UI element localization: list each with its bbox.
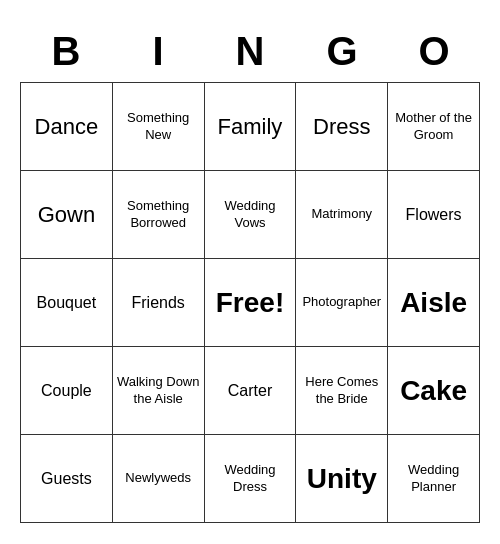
cell-text: Gown <box>38 201 95 229</box>
bingo-letter: B <box>20 21 112 82</box>
cell-text: Aisle <box>400 285 467 320</box>
cell-text: Cake <box>400 373 467 408</box>
bingo-letter: I <box>112 21 204 82</box>
cell-r0-c3: Dress <box>296 83 388 171</box>
cell-r0-c4: Mother of the Groom <box>388 83 480 171</box>
cell-text: Dance <box>35 113 99 141</box>
cell-text: Unity <box>307 461 377 496</box>
cell-text: Photographer <box>302 294 381 310</box>
cell-r3-c2: Carter <box>205 347 297 435</box>
cell-text: Friends <box>132 293 185 313</box>
cell-r1-c4: Flowers <box>388 171 480 259</box>
bingo-grid: DanceSomething NewFamilyDressMother of t… <box>20 82 480 523</box>
cell-r0-c1: Something New <box>113 83 205 171</box>
cell-r3-c1: Walking Down the Aisle <box>113 347 205 435</box>
cell-r4-c2: Wedding Dress <box>205 435 297 523</box>
bingo-header: BINGO <box>20 21 480 82</box>
cell-r2-c1: Friends <box>113 259 205 347</box>
cell-text: Walking Down the Aisle <box>117 374 200 407</box>
cell-r2-c0: Bouquet <box>21 259 113 347</box>
bingo-card: BINGO DanceSomething NewFamilyDressMothe… <box>10 11 490 533</box>
cell-r0-c2: Family <box>205 83 297 171</box>
cell-text: Flowers <box>406 205 462 225</box>
cell-text: Matrimony <box>311 206 372 222</box>
cell-text: Free! <box>216 285 284 320</box>
cell-text: Couple <box>41 381 92 401</box>
cell-text: Dress <box>313 113 370 141</box>
cell-r1-c1: Something Borrowed <box>113 171 205 259</box>
cell-r4-c1: Newlyweds <box>113 435 205 523</box>
cell-text: Here Comes the Bride <box>300 374 383 407</box>
cell-r2-c3: Photographer <box>296 259 388 347</box>
cell-r4-c0: Guests <box>21 435 113 523</box>
cell-r2-c2: Free! <box>205 259 297 347</box>
cell-r3-c4: Cake <box>388 347 480 435</box>
cell-r2-c4: Aisle <box>388 259 480 347</box>
bingo-letter: O <box>388 21 480 82</box>
cell-r1-c2: Wedding Vows <box>205 171 297 259</box>
bingo-letter: G <box>296 21 388 82</box>
cell-text: Wedding Dress <box>209 462 292 495</box>
cell-r4-c3: Unity <box>296 435 388 523</box>
cell-text: Guests <box>41 469 92 489</box>
cell-text: Family <box>218 113 283 141</box>
cell-text: Something New <box>117 110 200 143</box>
cell-r3-c3: Here Comes the Bride <box>296 347 388 435</box>
cell-text: Wedding Vows <box>209 198 292 231</box>
cell-text: Wedding Planner <box>392 462 475 495</box>
cell-r1-c3: Matrimony <box>296 171 388 259</box>
cell-text: Newlyweds <box>125 470 191 486</box>
cell-text: Carter <box>228 381 272 401</box>
cell-text: Mother of the Groom <box>392 110 475 143</box>
cell-text: Something Borrowed <box>117 198 200 231</box>
bingo-letter: N <box>204 21 296 82</box>
cell-r0-c0: Dance <box>21 83 113 171</box>
cell-r1-c0: Gown <box>21 171 113 259</box>
cell-text: Bouquet <box>37 293 97 313</box>
cell-r4-c4: Wedding Planner <box>388 435 480 523</box>
cell-r3-c0: Couple <box>21 347 113 435</box>
